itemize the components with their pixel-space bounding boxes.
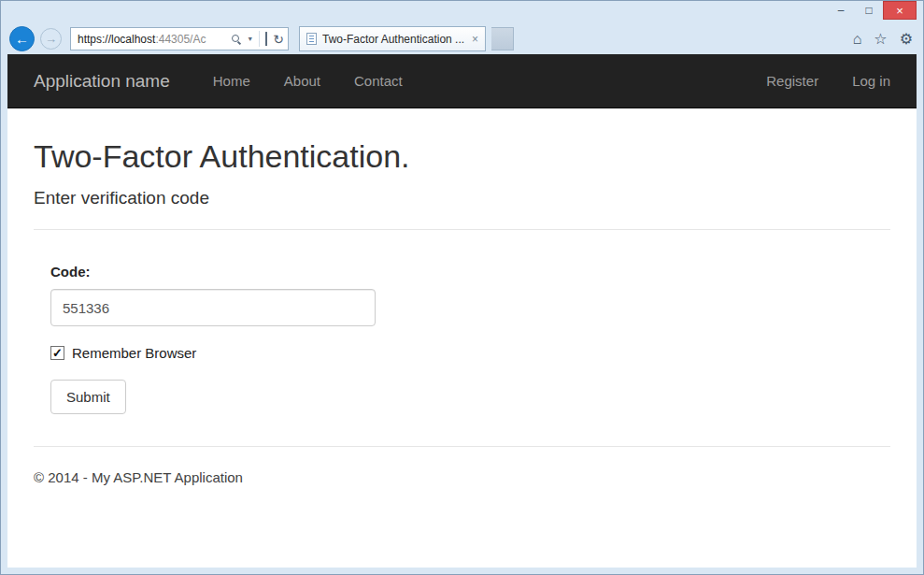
nav-link-home[interactable]: Home xyxy=(213,73,250,89)
code-input[interactable] xyxy=(50,289,376,326)
browser-tab[interactable]: Two-Factor Authentication ... × xyxy=(299,26,486,51)
forward-button[interactable]: → xyxy=(40,28,62,50)
favorites-star-icon[interactable]: ☆ xyxy=(874,30,887,48)
site-navbar: Application name Home About Contact Regi… xyxy=(7,54,917,108)
new-tab-button[interactable] xyxy=(491,27,514,50)
verification-form: Code: ✓ Remember Browser Submit xyxy=(50,264,890,414)
url-text: https://localhost:44305/Ac xyxy=(78,33,232,46)
page-favicon-icon xyxy=(306,33,317,45)
tab-title: Two-Factor Authentication ... xyxy=(322,33,467,46)
nav-link-register[interactable]: Register xyxy=(766,73,818,89)
divider xyxy=(34,229,890,230)
url-domain: https://localhost xyxy=(78,33,155,46)
tab-close-icon[interactable]: × xyxy=(472,33,478,46)
nav-link-login[interactable]: Log in xyxy=(852,73,890,89)
gear-icon[interactable]: ⚙ xyxy=(900,30,913,48)
navbar-right: Register Log in xyxy=(732,73,890,89)
refresh-icon[interactable]: ↻ xyxy=(273,32,284,47)
lock-icon xyxy=(265,33,267,46)
browser-toolbar: ← → https://localhost:44305/Ac ▼ ↻ Two-F… xyxy=(7,23,917,54)
divider xyxy=(259,31,260,47)
code-label: Code: xyxy=(50,264,890,280)
title-bar: – □ × xyxy=(7,1,917,23)
url-path: :44305/Ac xyxy=(155,33,206,46)
browser-action-icons: ⌂ ☆ ⚙ xyxy=(853,30,917,48)
close-button[interactable]: × xyxy=(883,1,917,20)
browser-window: – □ × ← → https://localhost:44305/Ac ▼ ↻… xyxy=(0,0,924,575)
page-title: Two-Factor Authentication. xyxy=(34,138,890,175)
footer-copyright: © 2014 - My ASP.NET Application xyxy=(34,469,890,485)
nav-link-contact[interactable]: Contact xyxy=(354,73,403,89)
remember-browser-row: ✓ Remember Browser xyxy=(50,345,890,361)
submit-button[interactable]: Submit xyxy=(50,380,126,414)
web-page: Application name Home About Contact Regi… xyxy=(7,54,917,568)
back-button[interactable]: ← xyxy=(9,26,35,51)
divider xyxy=(34,446,890,447)
address-bar[interactable]: https://localhost:44305/Ac ▼ ↻ xyxy=(70,27,289,50)
maximize-button[interactable]: □ xyxy=(855,1,883,20)
remember-browser-checkbox[interactable]: ✓ xyxy=(50,346,64,360)
chevron-down-icon[interactable]: ▼ xyxy=(247,36,253,42)
search-icon[interactable] xyxy=(232,35,241,44)
minimize-button[interactable]: – xyxy=(827,1,855,20)
nav-link-about[interactable]: About xyxy=(284,73,320,89)
remember-browser-label: Remember Browser xyxy=(72,345,196,361)
page-content: Two-Factor Authentication. Enter verific… xyxy=(7,108,917,485)
address-bar-icons: ▼ ↻ xyxy=(232,31,284,47)
page-subtitle: Enter verification code xyxy=(34,188,890,208)
home-icon[interactable]: ⌂ xyxy=(853,31,862,48)
navbar-brand[interactable]: Application name xyxy=(34,71,170,92)
